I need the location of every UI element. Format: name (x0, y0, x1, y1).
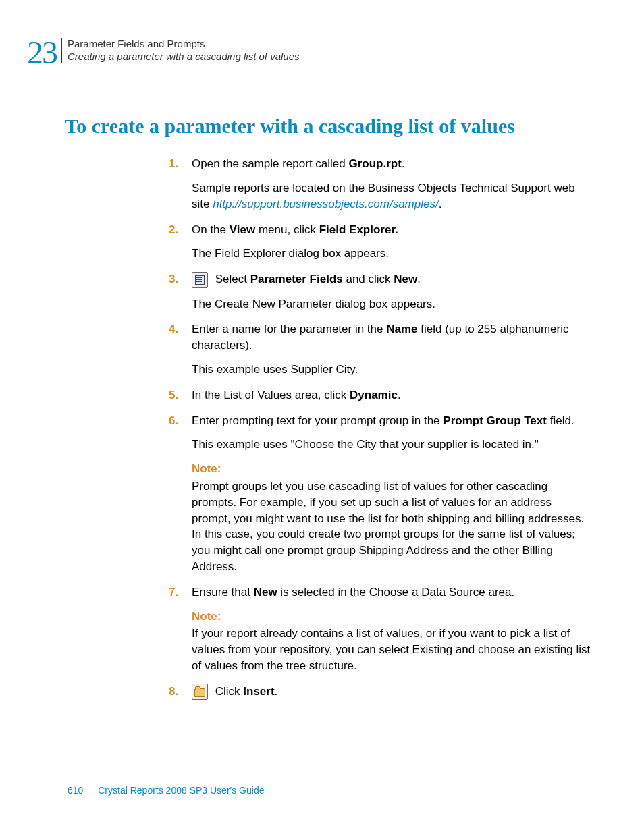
step-number: 1. (169, 156, 178, 172)
note-body: If your report already contains a list o… (192, 626, 593, 673)
step-result: This example uses Supplier City. (192, 362, 593, 378)
chapter-number: 23 (27, 38, 57, 67)
step-instruction: Enter a name for the parameter in the Na… (192, 321, 593, 354)
step-example: This example uses "Choose the City that … (192, 437, 593, 453)
step-5: 5. In the List of Values area, click Dyn… (169, 387, 593, 404)
step-number: 8. (169, 684, 178, 700)
step-instruction: Open the sample report called Group.rpt. (192, 156, 593, 172)
step-instruction: Click Insert. (192, 684, 593, 700)
note-label: Note: (192, 609, 593, 625)
step-instruction: In the List of Values area, click Dynami… (192, 387, 593, 404)
step-instruction: Ensure that New is selected in the Choos… (192, 584, 593, 601)
step-number: 3. (169, 271, 178, 287)
step-instruction: Select Parameter Fields and click New. (192, 271, 593, 288)
step-number: 2. (169, 222, 178, 238)
step-instruction: Enter prompting text for your prompt gro… (192, 413, 593, 429)
step-instruction: On the View menu, click Field Explorer. (192, 222, 593, 238)
insert-icon (192, 684, 208, 700)
step-detail: Sample reports are located on the Busine… (192, 180, 593, 213)
step-number: 7. (169, 584, 178, 601)
page-header: 23 Parameter Fields and Prompts Creating… (27, 38, 593, 67)
parameter-fields-icon (192, 272, 208, 288)
step-4: 4. Enter a name for the parameter in the… (169, 321, 593, 377)
step-number: 4. (169, 321, 178, 337)
step-1: 1. Open the sample report called Group.r… (169, 156, 593, 212)
step-7: 7. Ensure that New is selected in the Ch… (169, 584, 593, 674)
step-number: 6. (169, 413, 178, 429)
note-label: Note: (192, 461, 593, 477)
step-8: 8. Click Insert. (169, 684, 593, 700)
header-chapter-title: Parameter Fields and Prompts (68, 38, 300, 51)
page-footer: 610 Crystal Reports 2008 SP3 User's Guid… (68, 785, 264, 796)
step-number: 5. (169, 387, 178, 404)
step-3: 3. Select Parameter Fields and click New… (169, 271, 593, 312)
step-6: 6. Enter prompting text for your prompt … (169, 413, 593, 575)
header-text-block: Parameter Fields and Prompts Creating a … (61, 38, 300, 63)
support-link[interactable]: http://support.businessobjects.com/sampl… (213, 198, 439, 211)
step-2: 2. On the View menu, click Field Explore… (169, 222, 593, 263)
document-title: Crystal Reports 2008 SP3 User's Guide (98, 785, 264, 796)
section-title: To create a parameter with a cascading l… (65, 114, 593, 138)
step-result: The Field Explorer dialog box appears. (192, 246, 593, 262)
procedure-steps: 1. Open the sample report called Group.r… (169, 156, 593, 700)
note-body: Prompt groups let you use cascading list… (192, 478, 593, 575)
step-result: The Create New Parameter dialog box appe… (192, 296, 593, 312)
page-number: 610 (68, 785, 83, 796)
header-section-path: Creating a parameter with a cascading li… (68, 51, 300, 63)
